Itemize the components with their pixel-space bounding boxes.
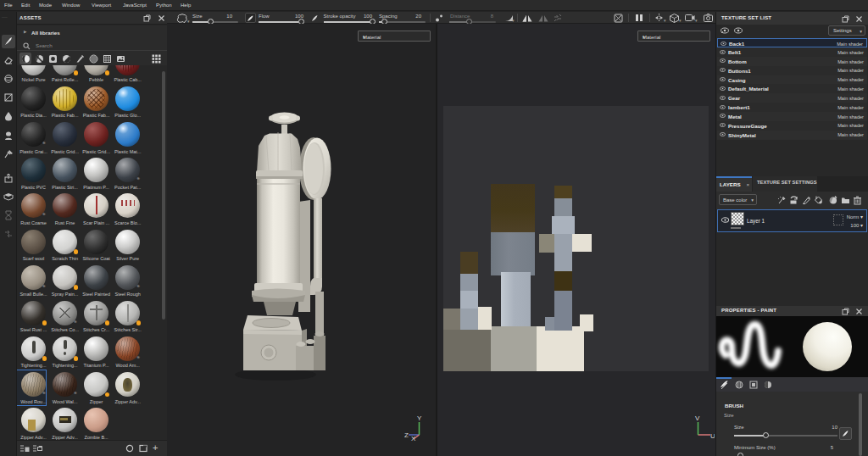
svg-text:U: U bbox=[710, 432, 715, 440]
svg-text:X: X bbox=[411, 435, 416, 441]
svg-text:Y: Y bbox=[417, 414, 422, 422]
svg-text:V: V bbox=[695, 414, 700, 422]
svg-text:Z: Z bbox=[404, 431, 409, 439]
